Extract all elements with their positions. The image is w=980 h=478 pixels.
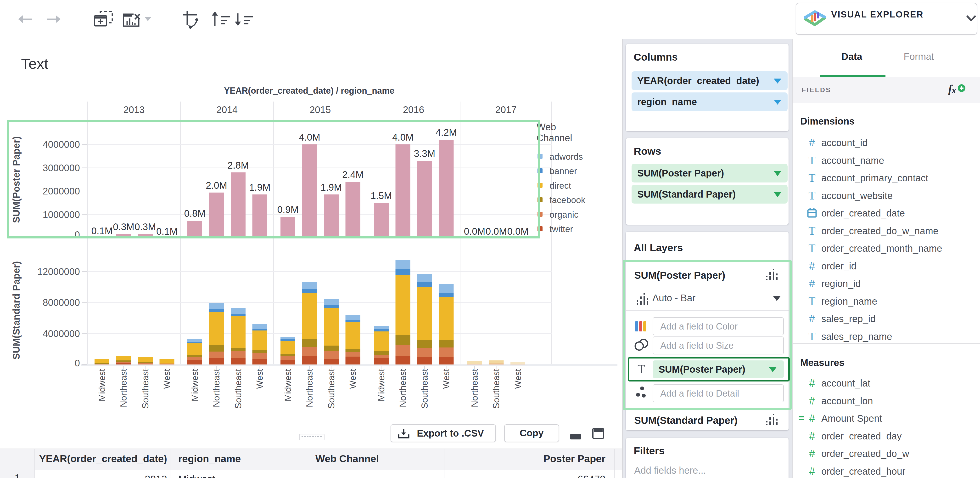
- svg-text:SUM(Poster Paper): SUM(Poster Paper): [11, 136, 22, 223]
- svg-text:facebook: facebook: [549, 195, 585, 205]
- svg-text:Southeast: Southeast: [326, 368, 336, 409]
- svg-text:0: 0: [75, 358, 80, 368]
- svg-text:0.1M: 0.1M: [91, 226, 113, 236]
- svg-text:2014: 2014: [216, 104, 238, 115]
- svg-text:organic: organic: [549, 210, 578, 220]
- svg-text:4000000: 4000000: [43, 139, 80, 150]
- svg-text:West: West: [513, 368, 523, 389]
- svg-text:West: West: [348, 368, 358, 389]
- svg-text:4000000: 4000000: [43, 328, 80, 339]
- svg-text:4.2M: 4.2M: [436, 127, 457, 138]
- svg-text:1.9M: 1.9M: [321, 182, 342, 193]
- svg-text:2015: 2015: [310, 104, 331, 115]
- svg-text:3000000: 3000000: [43, 163, 80, 173]
- svg-text:West: West: [162, 368, 172, 389]
- svg-text:1000000: 1000000: [43, 209, 80, 220]
- svg-text:2000000: 2000000: [43, 186, 80, 196]
- svg-text:0.0M: 0.0M: [485, 226, 507, 237]
- svg-text:Northeast: Northeast: [212, 368, 221, 407]
- svg-text:direct: direct: [549, 181, 571, 191]
- svg-text:Southeast: Southeast: [140, 368, 150, 409]
- svg-text:2016: 2016: [403, 104, 424, 115]
- svg-text:Channel: Channel: [536, 133, 572, 143]
- svg-text:4.0M: 4.0M: [299, 132, 320, 142]
- svg-text:0.3M: 0.3M: [113, 221, 134, 232]
- svg-text:1.5M: 1.5M: [371, 190, 392, 201]
- svg-text:0.1M: 0.1M: [156, 226, 178, 237]
- svg-text:Midwest: Midwest: [377, 368, 386, 401]
- svg-text:Midwest: Midwest: [283, 368, 293, 401]
- svg-text:8000000: 8000000: [43, 297, 80, 308]
- svg-text:banner: banner: [549, 166, 577, 176]
- svg-text:2017: 2017: [495, 104, 517, 115]
- svg-text:0.8M: 0.8M: [184, 208, 205, 219]
- svg-text:Northeast: Northeast: [119, 368, 129, 407]
- svg-text:2.4M: 2.4M: [342, 169, 364, 180]
- svg-text:2.8M: 2.8M: [228, 160, 249, 170]
- svg-text:Midwest: Midwest: [97, 368, 107, 401]
- svg-text:Northeast: Northeast: [470, 368, 480, 407]
- svg-text:adwords: adwords: [549, 152, 583, 162]
- svg-text:1.9M: 1.9M: [249, 182, 270, 193]
- svg-text:2013: 2013: [124, 104, 145, 115]
- svg-text:Northeast: Northeast: [305, 368, 315, 407]
- svg-text:0.9M: 0.9M: [277, 204, 299, 215]
- svg-text:SUM(Standard Paper): SUM(Standard Paper): [11, 261, 22, 360]
- svg-text:twitter: twitter: [549, 224, 573, 234]
- svg-text:0.0M: 0.0M: [508, 226, 529, 237]
- svg-text:3.3M: 3.3M: [414, 148, 435, 159]
- svg-text:4.0M: 4.0M: [392, 132, 414, 142]
- svg-text:0.3M: 0.3M: [135, 221, 156, 232]
- svg-text:Southeast: Southeast: [420, 368, 430, 409]
- svg-text:2.0M: 2.0M: [206, 180, 227, 191]
- svg-text:YEAR(order_created_date) / reg: YEAR(order_created_date) / region_name: [224, 86, 395, 96]
- svg-text:Northeast: Northeast: [398, 368, 408, 407]
- svg-text:West: West: [255, 368, 265, 389]
- svg-text:0.0M: 0.0M: [464, 226, 485, 237]
- svg-text:West: West: [441, 368, 451, 389]
- svg-text:Midwest: Midwest: [190, 368, 200, 401]
- svg-text:Southeast: Southeast: [491, 368, 501, 409]
- svg-text:12000000: 12000000: [37, 266, 80, 277]
- svg-text:Southeast: Southeast: [233, 368, 243, 409]
